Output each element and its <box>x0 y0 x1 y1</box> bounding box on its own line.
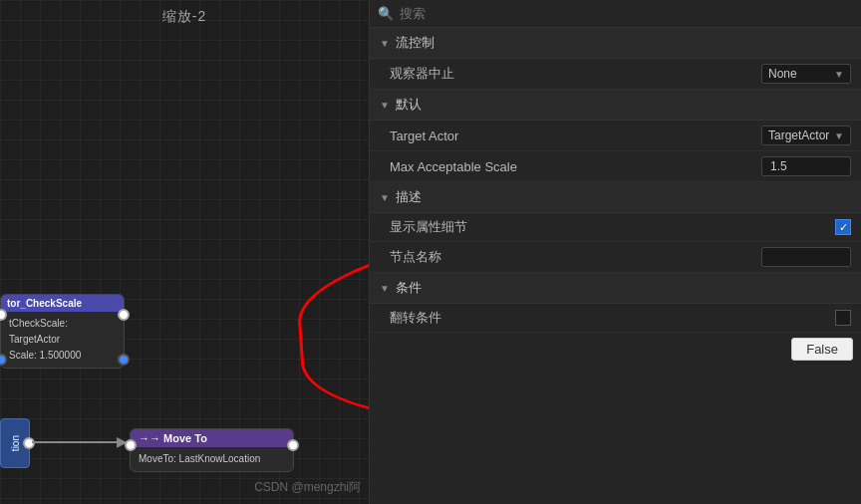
section-desc-label: 描述 <box>396 188 422 206</box>
node-name-input[interactable] <box>761 247 851 267</box>
tion-label: tion <box>10 435 21 451</box>
properties-panel: 🔍 ▼ 流控制 观察器中止 None ▼ ▼ 默认 Target Actor T… <box>369 0 861 504</box>
node-header-checkscale: tor_CheckScale <box>1 295 124 312</box>
prop-label-target-actor: Target Actor <box>390 128 761 143</box>
connector-arrow: ▶ <box>32 441 122 443</box>
prop-label-flip: 翻转条件 <box>390 309 835 327</box>
check-scale-node[interactable]: tor_CheckScale tCheckScale: TargetActor … <box>0 294 125 369</box>
node-body-checkscale: tCheckScale: TargetActor Scale: 1.500000 <box>1 312 124 368</box>
show-props-checkbox[interactable]: ✓ <box>835 219 851 235</box>
move-to-port-right[interactable] <box>287 439 299 451</box>
false-tooltip: False <box>791 338 853 361</box>
false-tooltip-container: False <box>370 333 861 368</box>
observer-abort-dropdown[interactable]: None ▼ <box>761 64 851 84</box>
search-icon: 🔍 <box>378 6 394 21</box>
move-to-body: MoveTo: LastKnowLocation <box>131 447 293 471</box>
move-to-port-left[interactable] <box>125 439 137 451</box>
tion-port-right[interactable] <box>23 437 35 449</box>
port-right-top[interactable] <box>118 309 130 321</box>
prop-label-max-scale: Max Acceptable Scale <box>390 159 761 174</box>
section-condition[interactable]: ▼ 条件 <box>370 273 861 304</box>
flip-condition-checkbox[interactable] <box>835 310 851 326</box>
tion-node[interactable]: tion <box>0 418 30 468</box>
move-to-header: →→ Move To <box>131 429 293 447</box>
zoom-label: 缩放-2 <box>162 8 206 26</box>
section-flow-label: 流控制 <box>396 34 434 52</box>
prop-row-flip-condition: 翻转条件 <box>370 304 861 333</box>
properties-content: ▼ 流控制 观察器中止 None ▼ ▼ 默认 Target Actor Tar… <box>370 28 861 504</box>
prop-label-show-props: 显示属性细节 <box>390 218 835 236</box>
graph-area[interactable]: 缩放-2 tor_CheckScale tCheckScale: TargetA… <box>0 0 369 504</box>
section-flow-control[interactable]: ▼ 流控制 <box>370 28 861 59</box>
prop-label-observer: 观察器中止 <box>390 65 761 83</box>
target-actor-dropdown[interactable]: TargetActor ▼ <box>761 126 851 145</box>
section-defaults[interactable]: ▼ 默认 <box>370 90 861 121</box>
prop-row-max-scale: Max Acceptable Scale 1.5 <box>370 151 861 182</box>
search-input[interactable] <box>400 6 853 21</box>
section-defaults-label: 默认 <box>396 96 422 114</box>
prop-row-node-name: 节点名称 <box>370 242 861 273</box>
port-right-bottom[interactable] <box>118 354 130 366</box>
max-scale-input[interactable]: 1.5 <box>761 156 851 176</box>
prop-row-observer-abort: 观察器中止 None ▼ <box>370 59 861 90</box>
prop-row-show-props: 显示属性细节 ✓ <box>370 213 861 242</box>
prop-label-node-name: 节点名称 <box>390 248 761 266</box>
watermark: CSDN @mengzhi阿 <box>254 479 361 496</box>
section-description[interactable]: ▼ 描述 <box>370 182 861 213</box>
prop-row-target-actor: Target Actor TargetActor ▼ <box>370 121 861 151</box>
section-condition-label: 条件 <box>396 279 422 297</box>
move-to-node[interactable]: →→ Move To MoveTo: LastKnowLocation <box>130 428 294 472</box>
search-bar: 🔍 <box>370 0 861 28</box>
